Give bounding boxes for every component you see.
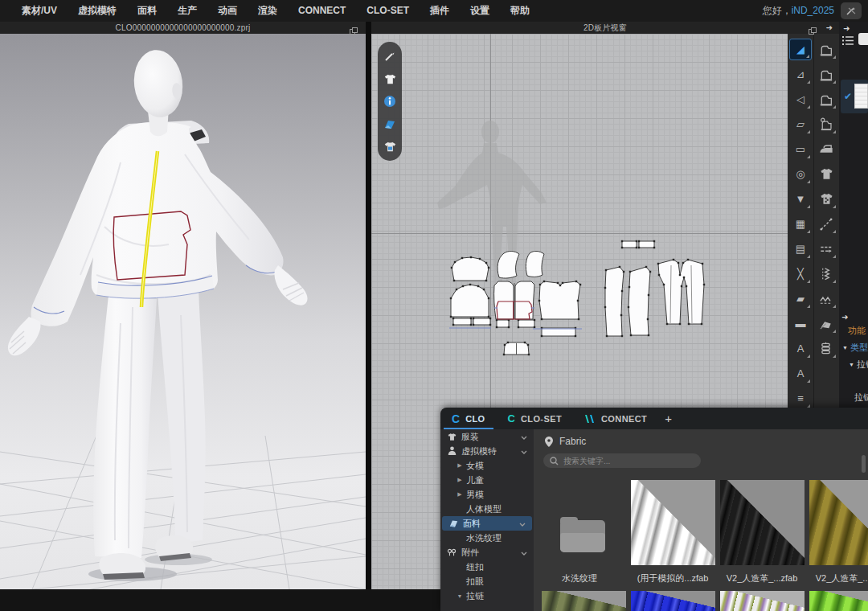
tree-item-扣眼[interactable]: 扣眼: [440, 574, 534, 588]
pattern-piece[interactable]: [473, 318, 490, 325]
pattern-point[interactable]: [504, 344, 506, 346]
pattern-point[interactable]: [450, 297, 452, 299]
grainline-buttons-tool[interactable]: [815, 338, 837, 359]
seamline-stitch-tool[interactable]: [815, 288, 837, 310]
menu-item-素材/UV[interactable]: 素材/UV: [11, 0, 68, 22]
pattern-point[interactable]: [619, 266, 620, 268]
pattern-point[interactable]: [452, 324, 454, 326]
pattern-point[interactable]: [485, 262, 487, 264]
pattern-point[interactable]: [686, 285, 687, 287]
pattern-point[interactable]: [636, 247, 637, 248]
pin-garment-tool[interactable]: [815, 188, 837, 210]
pattern-point[interactable]: [604, 287, 606, 289]
pattern-point[interactable]: [473, 318, 474, 319]
pattern-point[interactable]: [488, 297, 489, 299]
pattern-point[interactable]: [653, 240, 655, 242]
mn-sewing-tool[interactable]: [815, 88, 837, 110]
menu-item-设置[interactable]: 设置: [460, 0, 500, 22]
fabric-patch-tool[interactable]: [815, 313, 837, 334]
menu-item-插件[interactable]: 插件: [420, 0, 460, 22]
pattern-text-tool[interactable]: A: [789, 338, 812, 359]
username[interactable]: iND_2025: [792, 5, 834, 16]
clone-layer-tool[interactable]: ▤: [789, 238, 812, 260]
pattern-point[interactable]: [461, 257, 463, 259]
menu-item-渲染[interactable]: 渲染: [248, 0, 288, 22]
pattern-piece[interactable]: [539, 281, 580, 319]
pattern-point[interactable]: [479, 258, 481, 260]
pattern-point[interactable]: [678, 262, 679, 264]
pattern-point[interactable]: [543, 281, 545, 282]
menu-item-动画[interactable]: 动画: [207, 0, 248, 22]
tree-item-服装[interactable]: 服装: [440, 429, 534, 444]
pattern-point[interactable]: [703, 284, 705, 285]
pattern-point[interactable]: [621, 290, 623, 292]
pattern-point[interactable]: [462, 285, 464, 287]
pattern-point[interactable]: [701, 323, 702, 325]
pattern-point[interactable]: [649, 271, 651, 273]
search-input[interactable]: [563, 457, 684, 465]
pattern-piece[interactable]: [622, 241, 637, 248]
tab-clo-set[interactable]: CCLO-SET: [497, 408, 573, 429]
pen-tool-icon[interactable]: [381, 47, 399, 65]
edit-curvature-tool[interactable]: ◁: [789, 88, 812, 110]
stitch-line-tool[interactable]: [815, 213, 837, 235]
pattern-point[interactable]: [683, 277, 685, 278]
pattern-point[interactable]: [681, 285, 682, 287]
chevron-down-icon[interactable]: [521, 547, 527, 557]
pattern-point[interactable]: [508, 326, 510, 328]
pattern-point[interactable]: [658, 274, 660, 276]
pattern-point[interactable]: [579, 284, 581, 285]
pattern-piece[interactable]: [497, 251, 519, 278]
pattern-point[interactable]: [577, 300, 579, 301]
garment-texture-icon[interactable]: [381, 137, 399, 155]
library-item-fabric[interactable]: [631, 480, 715, 565]
float-window-icon[interactable]: [350, 23, 358, 38]
menu-item-生产[interactable]: 生产: [167, 0, 207, 22]
pattern-point[interactable]: [688, 323, 690, 325]
pattern-point[interactable]: [648, 334, 649, 336]
pattern-point[interactable]: [638, 247, 640, 248]
tree-item-水洗纹理[interactable]: 水洗纹理: [440, 531, 534, 545]
pattern-point[interactable]: [541, 318, 542, 320]
pattern-point[interactable]: [620, 314, 622, 316]
pattern-point[interactable]: [663, 284, 665, 285]
tab-clo[interactable]: CCLO: [440, 408, 497, 429]
pattern-text-style-tool[interactable]: A: [789, 363, 812, 384]
pattern-point[interactable]: [485, 280, 487, 281]
search-box[interactable]: [543, 453, 701, 468]
transform-pattern-tool[interactable]: ◢: [789, 39, 812, 60]
pattern-point[interactable]: [528, 354, 530, 355]
pattern-point[interactable]: [647, 318, 649, 320]
pattern-point[interactable]: [645, 266, 647, 268]
panel-divider[interactable]: [366, 22, 371, 589]
viewport-2d-titlebar[interactable]: 2D板片视窗 ➜: [371, 22, 839, 34]
pattern-point[interactable]: [451, 267, 452, 269]
dart-tool[interactable]: ▼: [789, 188, 812, 210]
pattern-point[interactable]: [605, 269, 607, 271]
swatch-partial-icon[interactable]: [858, 33, 868, 45]
expand-right-icon[interactable]: ▶: [457, 462, 463, 469]
library-item-fabric[interactable]: [809, 480, 868, 565]
pattern-point[interactable]: [450, 316, 452, 318]
pattern-point[interactable]: [666, 323, 668, 325]
pattern-point[interactable]: [538, 300, 540, 301]
pattern-point[interactable]: [673, 259, 674, 260]
pattern-point[interactable]: [452, 318, 454, 319]
zigzag-stitch-tool[interactable]: [815, 263, 837, 285]
pattern-point[interactable]: [488, 267, 489, 269]
pattern-piece[interactable]: [497, 320, 509, 327]
pattern-point[interactable]: [679, 274, 681, 276]
pattern-point[interactable]: [534, 326, 535, 328]
pattern-point[interactable]: [629, 271, 631, 273]
polygon-tool[interactable]: ▱: [789, 113, 812, 135]
pattern-point[interactable]: [682, 262, 684, 264]
expand-down-icon[interactable]: ▼: [457, 593, 463, 599]
circle-tool[interactable]: ◎: [789, 163, 812, 185]
pattern-point[interactable]: [578, 318, 579, 320]
tree-item-面料[interactable]: 面料: [442, 516, 532, 531]
pattern-point[interactable]: [621, 247, 623, 248]
library-item-fabric[interactable]: [720, 591, 805, 611]
expand-right-icon[interactable]: ▶: [457, 477, 463, 483]
pattern-point[interactable]: [470, 256, 472, 258]
pattern-piece[interactable]: [526, 251, 544, 277]
